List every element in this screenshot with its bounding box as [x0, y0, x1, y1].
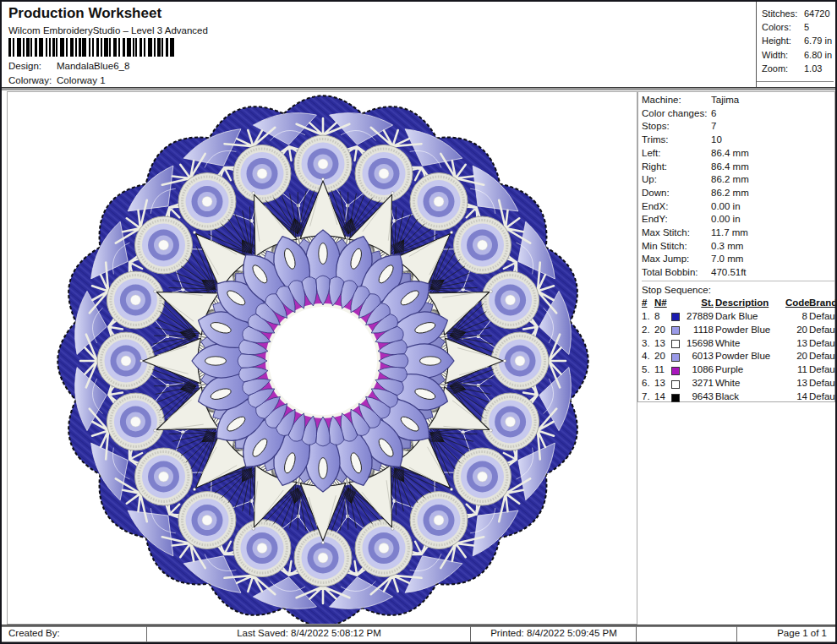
stop-code: 20 [785, 324, 809, 337]
stop-stitches: 1086 [684, 363, 715, 377]
stop-sequence-row: 6.133271 White13 Default [642, 377, 834, 390]
machine-info-row: Max Jump:7.0 mm [642, 253, 834, 266]
design-label: Design: [8, 61, 41, 71]
stat-value: 5 [804, 20, 834, 34]
design-preview-panel [7, 91, 637, 625]
machine-info-value: 470.51ft [711, 266, 834, 280]
stop-brand: Default [809, 377, 837, 390]
machine-info-row: Total Bobbin:470.51ft [642, 266, 834, 280]
stop-sequence-row: 7.149643 Black14 Default [642, 390, 834, 404]
stat-label: Zoom: [762, 62, 804, 75]
machine-info-row: Stops:7 [642, 120, 834, 134]
stop-description: White [715, 377, 785, 390]
stop-code: 11 [785, 363, 809, 377]
stat-row: Colors:5 [757, 20, 834, 34]
machine-info-value: 7.0 mm [711, 253, 834, 266]
stop-num: 7. [642, 390, 654, 404]
stop-brand: Default [809, 310, 837, 324]
machine-info-label: Down: [642, 187, 711, 200]
header-rule [2, 87, 835, 90]
stop-stitches: 9643 [684, 390, 715, 404]
thread-color-swatch [671, 394, 680, 402]
thread-color-swatch [671, 313, 680, 321]
colorway-value: Colorway 1 [57, 75, 106, 85]
footer-divider [736, 626, 737, 642]
machine-info-value: 0.3 mm [711, 240, 834, 254]
machine-info-value: 86.2 mm [711, 173, 834, 187]
machine-info-row: Down:86.2 mm [642, 187, 834, 200]
stop-brand: Default [809, 337, 837, 351]
created-by-label: Created By: [8, 628, 60, 638]
stop-stitches: 1118 [684, 324, 715, 337]
stop-column-header: Code [785, 297, 809, 310]
barcode [8, 38, 179, 57]
stop-needle: 13 [654, 337, 671, 351]
stop-sequence-row: 2.201118 Powder Blue20 Default [642, 324, 834, 337]
machine-info-label: Trims: [642, 134, 711, 147]
machine-info-label: EndX: [642, 200, 711, 214]
thread-color-swatch [671, 353, 680, 362]
stop-code: 13 [785, 337, 809, 351]
stop-brand: Default [809, 324, 837, 337]
stop-column-header: St. [684, 297, 715, 310]
stat-label: Width: [762, 48, 804, 62]
stat-label: Height: [762, 34, 804, 47]
stop-sequence-title: Stop Sequence: [642, 281, 834, 297]
stop-num: 3. [642, 337, 654, 351]
stop-column-header: # [642, 297, 654, 310]
machine-info-label: Stops: [642, 120, 711, 134]
stat-value: 64720 [804, 7, 834, 20]
stat-label: Stitches: [762, 7, 804, 20]
stats-box: Stitches:64720Colors:5Height:6.79 inWidt… [757, 2, 834, 82]
stop-needle: 20 [654, 324, 671, 337]
stop-column-header: N# [654, 297, 671, 310]
stop-column-header: Description [715, 297, 785, 310]
machine-info-list: Machine:TajimaColor changes:6Stops:7Trim… [642, 94, 834, 280]
app-subtitle: Wilcom EmbroideryStudio – Level 3 Advanc… [8, 25, 208, 35]
machine-info-row: EndX:0.00 in [642, 200, 834, 214]
page-number-label: Page 1 of 1 [738, 628, 827, 638]
machine-info-value: 7 [711, 120, 834, 134]
stop-needle: 8 [654, 310, 671, 324]
thread-color-swatch [671, 380, 680, 389]
stop-column-header: Brand [809, 297, 837, 310]
thread-color-swatch [671, 326, 680, 335]
stop-description: Powder Blue [715, 324, 785, 337]
machine-info-row: Trims:10 [642, 134, 834, 147]
stop-needle: 14 [654, 390, 671, 404]
machine-info-row: Max Stitch:11.7 mm [642, 226, 834, 240]
production-worksheet-page: Production Worksheet Wilcom EmbroiderySt… [0, 0, 837, 644]
stop-brand: Default [809, 350, 837, 363]
machine-info-row: Color changes:6 [642, 107, 834, 121]
machine-info-value: 86.4 mm [711, 161, 834, 174]
thread-color-swatch [671, 340, 680, 348]
stop-sequence-row: 3.1315698 White13 Default [642, 337, 834, 351]
thread-color-swatch [671, 367, 680, 375]
machine-info-value: 86.2 mm [711, 187, 834, 200]
stop-sequence-row: 1.827889 Dark Blue8 Default [642, 310, 834, 324]
stop-sequence-header: #N#St.DescriptionCodeBrand [642, 297, 834, 310]
last-saved-label: Last Saved: 8/4/2022 5:08:12 PM [148, 628, 470, 638]
page-title: Production Worksheet [8, 5, 161, 22]
stop-num: 5. [642, 363, 654, 377]
machine-info-label: Total Bobbin: [642, 266, 711, 280]
footer-divider [470, 626, 471, 642]
machine-info-row: EndY:0.00 in [642, 213, 834, 226]
machine-info-row: Right:86.4 mm [642, 161, 834, 174]
footer-divider [636, 626, 637, 642]
printed-label: Printed: 8/4/2022 5:09:45 PM [472, 628, 636, 638]
machine-info-label: EndY: [642, 213, 711, 226]
stop-needle: 13 [654, 377, 671, 390]
stop-stitches: 15698 [684, 337, 715, 351]
machine-info-row: Min Stitch:0.3 mm [642, 240, 834, 254]
stop-num: 4. [642, 350, 654, 363]
machine-info-value: 11.7 mm [711, 226, 834, 240]
machine-info-label: Right: [642, 161, 711, 174]
stop-code: 8 [785, 310, 809, 324]
machine-info-label: Machine: [642, 94, 711, 107]
footer-bottom-line [2, 641, 835, 642]
stop-code: 13 [785, 377, 809, 390]
machine-info-row: Up:86.2 mm [642, 173, 834, 187]
stat-row: Width:6.80 in [757, 48, 834, 62]
stop-brand: Default [809, 390, 837, 404]
